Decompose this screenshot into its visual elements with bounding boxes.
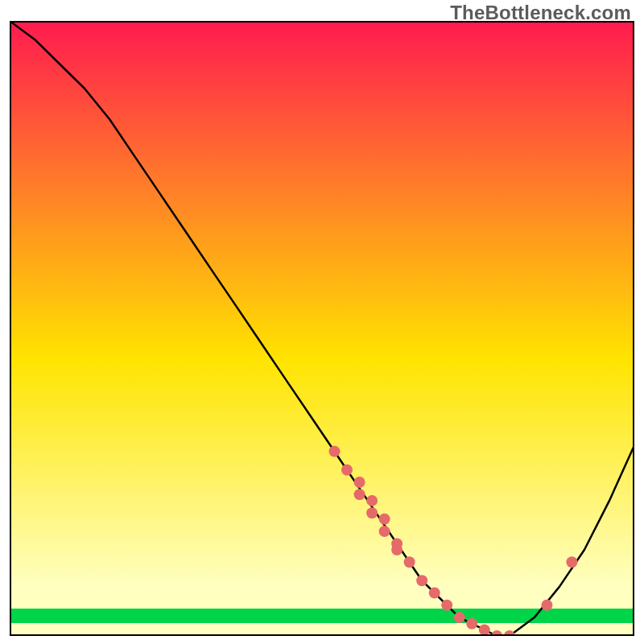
marker-point [329,446,341,457]
marker-point [366,507,378,518]
marker-point [416,575,427,586]
chart-wrapper: TheBottleneck.com [0,0,644,644]
marker-point [454,612,465,623]
bottleneck-chart [10,21,634,636]
marker-point [391,544,402,555]
marker-point [354,477,365,488]
marker-point [404,556,415,568]
marker-point [379,526,390,537]
marker-point [441,600,452,611]
marker-point [379,514,390,525]
marker-point [466,618,477,630]
marker-point [366,495,378,506]
marker-point [541,600,552,611]
marker-point [354,489,365,500]
marker-point [479,624,490,635]
marker-point [341,464,353,476]
watermark-text: TheBottleneck.com [450,2,631,24]
marker-point [429,588,440,599]
marker-point [566,556,577,568]
